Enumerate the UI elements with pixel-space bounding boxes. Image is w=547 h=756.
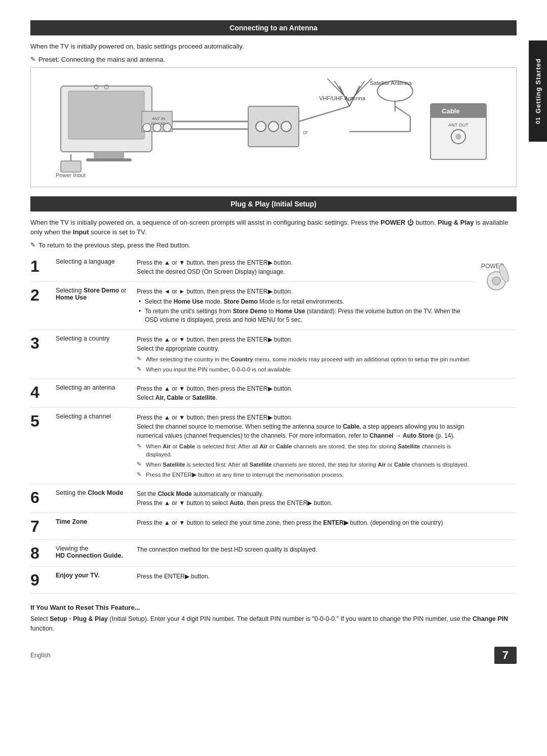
step-desc-2: Press the ◄ or ► button, then press the … (132, 281, 476, 329)
table-row: 3 Selecting a country Press the ▲ or ▼ b… (30, 329, 517, 379)
svg-line-18 (299, 106, 349, 121)
step-desc-5: Press the ▲ or ▼ button, then press the … (132, 408, 476, 484)
svg-point-10 (153, 123, 161, 132)
steps-table: 1 Selecting a language Press the ▲ or ▼ … (30, 253, 517, 594)
svg-point-44 (492, 277, 500, 285)
step5-note1: When Air or Cable is selected first: Aft… (137, 442, 471, 458)
svg-point-11 (163, 123, 171, 132)
step-num-5: 5 (30, 408, 51, 484)
plug-intro-line1: When the TV is initially powered on, a s… (30, 219, 438, 226)
step-num-3: 3 (30, 329, 51, 379)
step-num-9: 9 (30, 567, 51, 594)
step-desc-1: Press the ▲ or ▼ button, then press the … (132, 253, 476, 282)
svg-text:Satellite Antenna: Satellite Antenna (370, 80, 412, 86)
step-label-5: Selecting a channel (51, 408, 132, 484)
step2-bullet2: To return the unit's settings from Store… (137, 307, 471, 324)
page-container: 01 Getting Started Connecting to an Ante… (0, 0, 547, 756)
step-num-7: 7 (30, 513, 51, 540)
reset-text: Select Setup - Plug & Play (Initial Setu… (30, 614, 517, 634)
svg-text:ANT IN: ANT IN (152, 116, 165, 121)
svg-text:Power Input: Power Input (56, 172, 86, 177)
step-label-1: Selecting a language (51, 253, 132, 282)
antenna-diagram-svg: ANT IN AIR/CABLE (39, 76, 508, 177)
plug-intro: When the TV is initially powered on, a s… (30, 218, 517, 237)
table-row: 8 Viewing theHD Connection Guide. The co… (30, 540, 517, 567)
side-tab: 01 Getting Started (529, 40, 547, 142)
svg-point-9 (143, 123, 151, 132)
svg-point-16 (268, 121, 279, 132)
step-num-4: 4 (30, 379, 51, 408)
step5-note2: When Satellite is selected first: After … (137, 460, 471, 469)
step-num-6: 6 (30, 484, 51, 513)
intro-note1: Preset: Connecting the mains and antenna… (30, 56, 517, 63)
svg-line-27 (395, 106, 410, 116)
side-tab-number: 01 (535, 116, 541, 123)
table-row: 9 Enjoy your TV. Press the ENTER▶ button… (30, 567, 517, 594)
power-hand-icon: POWER (476, 253, 517, 330)
plug-bold1: Plug & Play (438, 219, 474, 226)
section2-header: Plug & Play (Initial Setup) (30, 196, 517, 212)
step-label-4: Selecting an antenna (51, 379, 132, 408)
step-num-8: 8 (30, 540, 51, 567)
footer-lang: English (30, 652, 50, 659)
step-label-6: Setting the Clock Mode (51, 484, 132, 513)
table-row: 7 Time Zone Press the ▲ or ▼ button to s… (30, 513, 517, 540)
svg-point-17 (281, 121, 291, 132)
svg-text:VHF/UHF Antenna: VHF/UHF Antenna (319, 95, 366, 101)
step-desc-4: Press the ▲ or ▼ button, then press the … (132, 379, 476, 408)
step-label-3: Selecting a country (51, 329, 132, 379)
table-row: 5 Selecting a channel Press the ▲ or ▼ b… (30, 408, 517, 484)
plug-note1: To return to the previous step, press th… (30, 241, 517, 249)
section1-header: Connecting to an Antenna (30, 20, 517, 35)
svg-line-21 (334, 81, 344, 96)
footer: English 7 (30, 644, 517, 664)
step-desc-3: Press the ▲ or ▼ button, then press the … (132, 329, 476, 379)
reset-title: If You Want to Reset This Feature... (30, 604, 517, 611)
svg-text:Cable: Cable (442, 107, 459, 115)
table-row: 4 Selecting an antenna Press the ▲ or ▼ … (30, 379, 517, 408)
footer-page: 7 (494, 647, 517, 664)
step-label-7: Time Zone (51, 513, 132, 540)
table-row: 6 Setting the Clock Mode Set the Clock M… (30, 484, 517, 513)
plug-text3: source is set to TV. (89, 228, 146, 236)
antenna-diagram: ANT IN AIR/CABLE (30, 67, 517, 187)
svg-text:ANT OUT: ANT OUT (448, 122, 468, 128)
svg-rect-2 (94, 152, 124, 159)
svg-text:or: or (303, 129, 308, 135)
step2-bullet1: Select the Home Use mode. Store Demo Mod… (137, 298, 471, 306)
step-label-8: Viewing theHD Connection Guide. (51, 540, 132, 567)
svg-rect-3 (86, 158, 132, 161)
step-desc-8: The connection method for the best HD sc… (132, 540, 476, 567)
svg-rect-1 (68, 91, 144, 139)
reset-section: If You Want to Reset This Feature... Sel… (30, 604, 517, 634)
table-row: 2 Selecting Store Demo orHome Use Press … (30, 281, 517, 329)
step3-note2: When you input the PIN number, 0-0-0-0 i… (137, 365, 471, 373)
step3-note1: After selecting the country in the Count… (137, 355, 471, 363)
step-num-2: 2 (30, 281, 51, 329)
step-num-1: 1 (30, 253, 51, 282)
step-desc-6: Set the Clock Mode automatically or manu… (132, 484, 476, 513)
plug-bold2: Input (73, 228, 89, 236)
side-tab-label: Getting Started (534, 58, 542, 113)
intro-line1: When the TV is initially powered on, bas… (30, 41, 517, 52)
svg-rect-37 (61, 161, 81, 172)
svg-point-15 (256, 121, 266, 132)
svg-point-36 (456, 134, 461, 139)
table-row: 1 Selecting a language Press the ▲ or ▼ … (30, 253, 517, 282)
step-label-9: Enjoy your TV. (51, 567, 132, 594)
step-desc-9: Press the ENTER▶ button. (132, 567, 476, 594)
svg-line-22 (355, 81, 365, 96)
step-desc-7: Press the ▲ or ▼ button to select the yo… (132, 513, 476, 540)
step5-note3: Press the ENTER▶ button at any time to i… (137, 471, 471, 479)
power-hand-svg: POWER (479, 258, 514, 299)
step-label-2: Selecting Store Demo orHome Use (51, 281, 132, 329)
